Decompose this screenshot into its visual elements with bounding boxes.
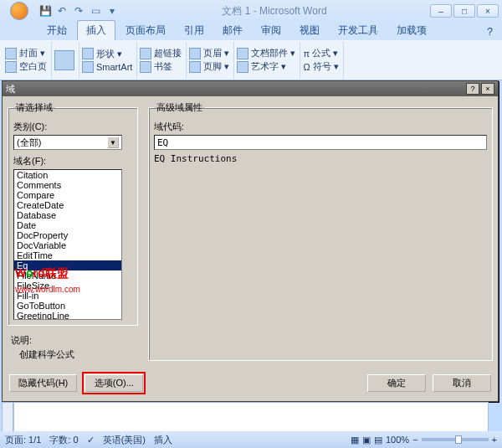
bookmark-button[interactable]: 书签 xyxy=(140,60,182,73)
status-lang[interactable]: 英语(美国) xyxy=(103,434,146,446)
tab-review[interactable]: 审阅 xyxy=(253,21,289,40)
title-bar: 💾 ↶ ↷ ▭ ▾ 文档 1 - Microsoft Word – □ × xyxy=(0,0,502,22)
smartart-icon xyxy=(82,61,94,73)
footer-icon xyxy=(189,61,201,73)
dialog-close-button[interactable]: × xyxy=(481,83,494,95)
blank-icon xyxy=(5,61,17,73)
field-item[interactable]: GoToButton xyxy=(14,301,121,311)
minimize-button[interactable]: – xyxy=(430,4,452,18)
select-field-legend: 请选择域 xyxy=(13,101,55,114)
cancel-button[interactable]: 取消 xyxy=(433,374,491,392)
zoom-slider[interactable] xyxy=(422,438,489,441)
fieldname-listbox[interactable]: CitationCommentsCompareCreateDateDatabas… xyxy=(13,169,122,320)
field-item[interactable]: FileSize xyxy=(14,281,121,291)
category-label: 类别(C): xyxy=(13,121,132,133)
status-mode[interactable]: 插入 xyxy=(154,434,172,446)
view-read-icon[interactable]: ▣ xyxy=(362,435,371,445)
fieldcode-label: 域代码: xyxy=(154,121,487,133)
undo-icon[interactable]: ↶ xyxy=(55,4,69,18)
hyperlink-button[interactable]: 超链接 xyxy=(140,47,182,59)
ribbon-group-pages: 封面 ▾ 空白页 xyxy=(5,42,52,79)
shapes-button[interactable]: 形状 ▾ xyxy=(82,48,132,60)
dialog-footer: 隐藏代码(H) 选项(O)... 确定 取消 xyxy=(9,372,491,394)
ribbon-group-text: 文档部件 ▾ 艺术字 ▾ xyxy=(237,42,300,79)
office-button[interactable] xyxy=(3,0,35,22)
chevron-down-icon: ▼ xyxy=(107,136,119,148)
ok-button[interactable]: 确定 xyxy=(367,374,426,392)
tab-view[interactable]: 视图 xyxy=(291,21,328,40)
tab-mail[interactable]: 邮件 xyxy=(214,21,251,40)
header-button[interactable]: 页眉 ▾ xyxy=(189,47,229,59)
cover-icon xyxy=(5,48,17,59)
table-button[interactable] xyxy=(54,50,74,70)
link-icon xyxy=(140,48,151,59)
zoom-in-button[interactable]: + xyxy=(492,435,497,445)
close-button[interactable]: × xyxy=(477,4,499,18)
zoom-thumb[interactable] xyxy=(455,435,462,444)
save-icon[interactable]: 💾 xyxy=(38,4,52,18)
hide-code-button[interactable]: 隐藏代码(H) xyxy=(9,374,77,392)
zoom-value[interactable]: 100% xyxy=(386,435,409,445)
window-controls: – □ × xyxy=(430,4,499,18)
tab-devtools[interactable]: 开发工具 xyxy=(330,21,387,40)
blank-page-button[interactable]: 空白页 xyxy=(5,60,47,73)
qat-more-icon[interactable]: ▾ xyxy=(105,4,119,18)
view-print-icon[interactable]: ▦ xyxy=(351,435,359,445)
fieldcode-input[interactable] xyxy=(154,135,487,150)
fieldname-label: 域名(F): xyxy=(13,155,132,167)
field-item[interactable]: Eq xyxy=(14,260,121,270)
description-label: 说明: xyxy=(11,334,74,347)
ribbon-group-illustrations: 形状 ▾ SmartArt xyxy=(82,42,137,79)
quick-access-toolbar: 💾 ↶ ↷ ▭ ▾ xyxy=(38,4,119,18)
field-item[interactable]: Comments xyxy=(14,180,121,190)
print-icon[interactable]: ▭ xyxy=(89,4,102,18)
tab-insert[interactable]: 插入 xyxy=(77,20,115,40)
field-item[interactable]: DocVariable xyxy=(14,240,121,250)
field-item[interactable]: GreetingLine xyxy=(14,311,121,320)
options-button[interactable]: 选项(O)... xyxy=(85,374,143,392)
maximize-button[interactable]: □ xyxy=(453,4,475,18)
field-item[interactable]: DocProperty xyxy=(14,230,121,240)
shapes-icon xyxy=(82,48,94,59)
tab-layout[interactable]: 页面布局 xyxy=(117,21,174,40)
ribbon-tabs: 开始 插入 页面布局 引用 邮件 审阅 视图 开发工具 加载项 ? xyxy=(0,22,502,40)
field-item[interactable]: Citation xyxy=(14,170,121,180)
quickparts-button[interactable]: 文档部件 ▾ xyxy=(237,47,295,59)
field-item[interactable]: Date xyxy=(14,220,121,230)
ribbon: 封面 ▾ 空白页 形状 ▾ SmartArt 超链接 书签 页眉 ▾ 页脚 ▾ … xyxy=(0,40,502,80)
field-item[interactable]: Fill-in xyxy=(14,291,121,301)
status-bar: 页面: 1/1 字数: 0 ✓ 英语(美国) 插入 ▦ ▣ ▤ 100% − + xyxy=(0,431,502,448)
smartart-button[interactable]: SmartArt xyxy=(82,61,132,73)
help-icon[interactable]: ? xyxy=(484,23,495,40)
ribbon-group-table xyxy=(54,42,79,79)
zoom-controls: ▦ ▣ ▤ 100% − + xyxy=(351,435,497,445)
wordart-button[interactable]: 艺术字 ▾ xyxy=(237,60,295,73)
category-value: (全部) xyxy=(17,136,41,149)
status-page[interactable]: 页面: 1/1 xyxy=(5,434,41,446)
equation-button[interactable]: π 公式 ▾ xyxy=(303,47,338,59)
symbol-button[interactable]: Ω 符号 ▾ xyxy=(303,60,338,73)
field-item[interactable]: Database xyxy=(14,210,121,220)
category-combo[interactable]: (全部) ▼ xyxy=(13,135,122,150)
dialog-title: 域 xyxy=(6,83,15,95)
field-item[interactable]: Compare xyxy=(14,190,121,200)
dialog-title-bar: 域 ? × xyxy=(3,81,498,96)
view-web-icon[interactable]: ▤ xyxy=(374,435,382,445)
redo-icon[interactable]: ↷ xyxy=(72,4,85,18)
footer-button[interactable]: 页脚 ▾ xyxy=(189,60,229,73)
tab-home[interactable]: 开始 xyxy=(38,21,75,40)
status-words[interactable]: 字数: 0 xyxy=(49,434,78,446)
dialog-help-button[interactable]: ? xyxy=(466,83,479,95)
tab-references[interactable]: 引用 xyxy=(176,21,213,40)
advanced-legend: 高级域属性 xyxy=(154,101,205,114)
tab-addins[interactable]: 加载项 xyxy=(388,21,435,40)
header-icon xyxy=(189,48,201,59)
zoom-out-button[interactable]: − xyxy=(412,435,417,445)
document-area[interactable] xyxy=(13,402,489,434)
cover-page-button[interactable]: 封面 ▾ xyxy=(5,47,47,59)
advanced-props-group: 高级域属性 域代码: EQ Instructions xyxy=(148,101,493,361)
field-item[interactable]: CreateDate xyxy=(14,200,121,210)
status-spellcheck-icon[interactable]: ✓ xyxy=(87,435,95,445)
field-item[interactable]: FileName xyxy=(14,270,121,281)
field-item[interactable]: EditTime xyxy=(14,250,121,260)
